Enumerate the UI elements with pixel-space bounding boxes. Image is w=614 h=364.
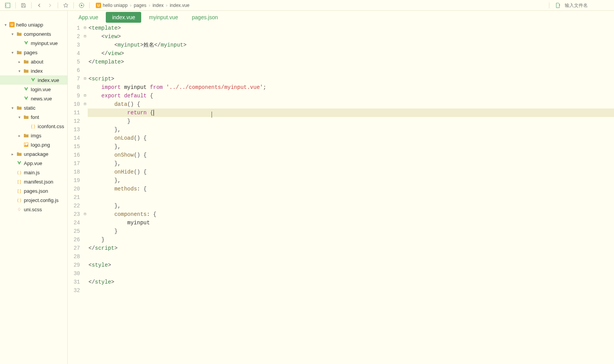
js-file-icon: ( ) (16, 197, 22, 203)
code-line[interactable] (88, 66, 614, 75)
code-line[interactable]: export default { (88, 92, 614, 100)
code-line[interactable] (88, 193, 614, 202)
breadcrumb-item[interactable]: index.vue (170, 3, 189, 8)
code-line[interactable]: myinput (88, 219, 614, 227)
tree-item-label: hello uniapp (16, 22, 43, 28)
chevron-down-icon[interactable]: ▾ (17, 69, 22, 73)
code-editor[interactable]: 1234567891011121314151617181920212223242… (68, 24, 614, 364)
tree-item[interactable]: ▸imgs (0, 131, 67, 140)
code-line[interactable]: <view> (88, 32, 614, 41)
code-line[interactable] (88, 269, 614, 278)
editor-tab[interactable]: App.vue (72, 12, 104, 23)
tree-item[interactable]: { }iconfont.css (0, 122, 67, 131)
fold-marker[interactable]: ⊟ (82, 75, 88, 83)
code-line[interactable]: return { (88, 109, 614, 117)
toolbar-separator (89, 2, 90, 8)
code-content[interactable]: <template> <view> <myinput>姓名</myinput> … (88, 24, 614, 364)
code-line[interactable]: import myinput from '../../components/my… (88, 83, 614, 92)
fold-marker[interactable]: ⊟ (82, 92, 88, 100)
code-line[interactable]: <style> (88, 261, 614, 269)
tree-item-label: myinput.vue (31, 40, 58, 46)
code-line[interactable]: </template> (88, 58, 614, 66)
search-filename-input[interactable] (565, 3, 611, 8)
fold-marker[interactable]: ⊟ (82, 24, 88, 32)
tree-item[interactable]: ▾Uhello uniapp (0, 20, 67, 29)
breadcrumb-item[interactable]: U hello uniapp (96, 3, 128, 8)
line-number: 1 (68, 24, 80, 32)
code-line[interactable]: onShow() { (88, 151, 614, 159)
tree-item[interactable]: ▸about (0, 57, 67, 66)
collapse-icon[interactable] (3, 1, 12, 10)
vue-file-icon (23, 40, 29, 46)
tree-item[interactable]: logo.png (0, 140, 67, 149)
code-line[interactable]: <template> (88, 24, 614, 32)
code-line[interactable]: </script> (88, 244, 614, 252)
chevron-down-icon[interactable]: ▾ (3, 23, 8, 27)
code-line[interactable]: methods: { (88, 185, 614, 193)
fold-marker[interactable]: ⊟ (82, 100, 88, 109)
tree-item-label: project.config.js (24, 197, 58, 203)
editor-tab[interactable]: pages.json (186, 12, 224, 23)
tree-item[interactable]: ▾index (0, 66, 67, 75)
code-line[interactable]: }, (88, 176, 614, 185)
tree-item[interactable]: ▾components (0, 29, 67, 38)
code-line[interactable]: } (88, 117, 614, 125)
tree-item[interactable]: login.vue (0, 85, 67, 94)
chevron-down-icon[interactable]: ▾ (17, 115, 22, 119)
tree-item[interactable]: news.vue (0, 94, 67, 103)
tree-item[interactable]: ▾pages (0, 48, 67, 57)
new-file-icon[interactable] (553, 1, 562, 10)
chevron-right-icon[interactable]: ▸ (10, 152, 15, 156)
fold-marker (82, 109, 88, 117)
code-line[interactable]: }, (88, 125, 614, 134)
code-line[interactable]: </style> (88, 278, 614, 286)
code-line[interactable]: }, (88, 202, 614, 210)
back-icon[interactable] (35, 1, 44, 10)
breadcrumb-item[interactable]: index (152, 3, 164, 8)
tree-item[interactable]: [ ]pages.json (0, 186, 67, 195)
chevron-right-icon[interactable]: ▸ (17, 60, 22, 64)
save-icon[interactable] (19, 1, 28, 10)
code-line[interactable]: }, (88, 142, 614, 151)
code-line[interactable]: data() { (88, 100, 614, 109)
code-line[interactable]: <myinput>姓名</myinput> (88, 41, 614, 49)
editor-tab[interactable]: myinput.vue (143, 12, 184, 23)
chevron-down-icon[interactable]: ▾ (10, 106, 15, 110)
code-line[interactable]: </view> (88, 49, 614, 58)
code-line[interactable]: components: { (88, 210, 614, 219)
tree-item[interactable]: App.vue (0, 159, 67, 168)
tree-item[interactable]: index.vue (0, 75, 67, 85)
chevron-down-icon[interactable]: ▾ (10, 50, 15, 55)
folder-icon (23, 68, 29, 74)
run-icon[interactable] (77, 1, 86, 10)
fold-marker[interactable]: ⊟ (82, 210, 88, 219)
code-line[interactable] (88, 286, 614, 295)
fold-marker[interactable]: ⊟ (82, 32, 88, 41)
code-line[interactable]: }, (88, 159, 614, 168)
tree-item[interactable]: ♢uni.scss (0, 205, 67, 214)
star-icon[interactable] (61, 1, 70, 10)
code-line[interactable] (88, 252, 614, 261)
tree-item[interactable]: ( )main.js (0, 168, 67, 177)
breadcrumb-label: index.vue (170, 3, 189, 8)
breadcrumb-label: pages (134, 3, 147, 8)
chevron-right-icon[interactable]: ▸ (17, 134, 22, 138)
tree-item[interactable]: [ ]manifest.json (0, 177, 67, 186)
code-line[interactable]: onLoad() { (88, 134, 614, 142)
line-number: 13 (68, 125, 80, 134)
line-number: 23 (68, 210, 80, 219)
forward-icon[interactable] (45, 1, 55, 10)
code-line[interactable]: <script> (88, 75, 614, 83)
code-line[interactable]: onHide() { (88, 168, 614, 176)
tree-item[interactable]: myinput.vue (0, 38, 67, 48)
breadcrumb-item[interactable]: pages (134, 3, 147, 8)
editor-tab[interactable]: index.vue (106, 12, 141, 23)
vue-file-icon (16, 160, 22, 166)
tree-item[interactable]: ▾font (0, 112, 67, 122)
code-line[interactable]: } (88, 227, 614, 235)
tree-item[interactable]: ▾static (0, 103, 67, 112)
tree-item[interactable]: ▸unpackage (0, 149, 67, 159)
code-line[interactable]: } (88, 235, 614, 244)
chevron-down-icon[interactable]: ▾ (10, 32, 15, 36)
tree-item[interactable]: ( )project.config.js (0, 195, 67, 205)
